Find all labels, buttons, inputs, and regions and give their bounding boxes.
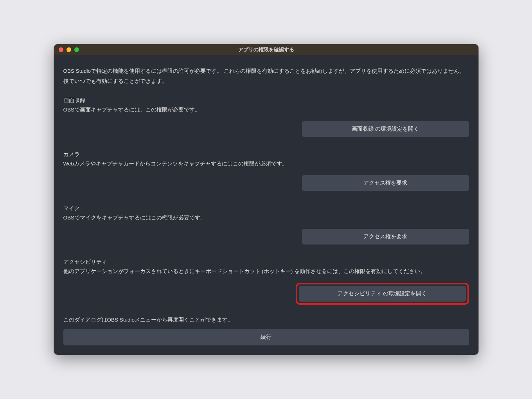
highlight-annotation: アクセシビリティ の環境設定を開く <box>296 283 469 305</box>
section-title: アクセシビリティ <box>63 259 469 266</box>
request-microphone-access-button[interactable]: アクセス権を要求 <box>302 229 469 244</box>
continue-button[interactable]: 続行 <box>63 329 469 345</box>
intro-text: OBS Studioで特定の機能を使用するには権限の許可が必要です。 これらの権… <box>63 66 469 86</box>
section-title: マイク <box>63 205 469 212</box>
titlebar: アプリの権限を確認する <box>54 44 478 55</box>
section-desc: OBSで画面キャプチャするには、この権限が必要です。 <box>63 106 469 114</box>
request-camera-access-button[interactable]: アクセス権を要求 <box>302 175 469 191</box>
section-camera: カメラ Webカメラやキャプチャカードからコンテンツをキャプチャするにはこの権限… <box>63 151 469 191</box>
section-accessibility: アクセシビリティ 他のアプリケーションがフォーカスされているときにキーボードショ… <box>63 259 469 305</box>
open-accessibility-prefs-button[interactable]: アクセシビリティ の環境設定を開く <box>299 286 466 302</box>
maximize-icon[interactable] <box>74 47 79 52</box>
section-microphone: マイク OBSでマイクをキャプチャするにはこの権限が必要です。 アクセス権を要求 <box>63 205 469 245</box>
dialog-content: OBS Studioで特定の機能を使用するには権限の許可が必要です。 これらの権… <box>54 55 478 355</box>
window-title: アプリの権限を確認する <box>59 46 474 53</box>
section-desc: Webカメラやキャプチャカードからコンテンツをキャプチャするにはこの権限が必須で… <box>63 160 469 168</box>
minimize-icon[interactable] <box>66 47 71 52</box>
window-controls <box>59 47 79 52</box>
open-screen-recording-prefs-button[interactable]: 画面収録 の環境設定を開く <box>302 121 469 137</box>
section-desc: 他のアプリケーションがフォーカスされているときにキーボードショートカット (ホッ… <box>63 267 469 276</box>
section-screen-recording: 画面収録 OBSで画面キャプチャするには、この権限が必要です。 画面収録 の環境… <box>63 97 469 137</box>
permissions-dialog: アプリの権限を確認する OBS Studioで特定の機能を使用するには権限の許可… <box>54 44 478 355</box>
section-title: 画面収録 <box>63 97 469 104</box>
section-desc: OBSでマイクをキャプチャするにはこの権限が必要です。 <box>63 214 469 222</box>
footer-note: このダイアログはOBS Studioメニューから再度開くことができます。 <box>63 316 469 324</box>
close-icon[interactable] <box>59 47 63 52</box>
section-title: カメラ <box>63 151 469 158</box>
